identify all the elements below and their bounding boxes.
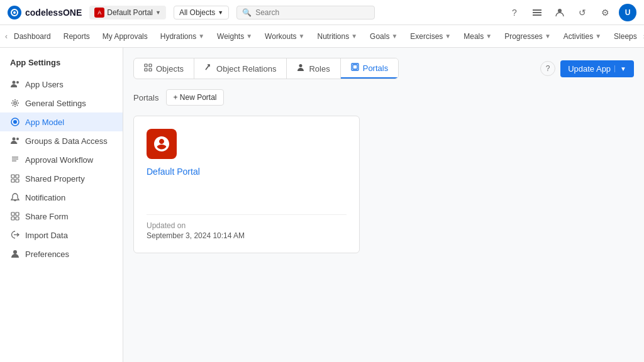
- svg-rect-26: [145, 64, 147, 67]
- help-icon[interactable]: ?: [506, 4, 523, 21]
- sidebar-label-app-model: App Model: [25, 118, 64, 127]
- content-area: Objects Object Relations Roles: [123, 48, 644, 362]
- sidebar-label-preferences: Preferences: [25, 250, 69, 259]
- nav-exercises[interactable]: Exercises▼: [404, 25, 457, 48]
- portal-card: Default Portal Updated on September 3, 2…: [133, 116, 360, 253]
- portal-selector[interactable]: A Default Portal ▼: [89, 6, 166, 19]
- tab-object-relations[interactable]: Object Relations: [194, 58, 287, 79]
- portal-updated-date: September 3, 2024 10:14 AM: [147, 231, 347, 240]
- sidebar-item-notification[interactable]: Notification: [0, 188, 123, 207]
- nav-activities[interactable]: Activities▼: [557, 25, 608, 48]
- nav-approvals[interactable]: My Approvals: [96, 25, 154, 48]
- search-bar[interactable]: 🔍: [236, 6, 375, 19]
- groups-icon: [10, 136, 20, 146]
- header-right: ? Update App ▼: [540, 60, 634, 77]
- objects-dropdown-icon: ▼: [218, 9, 223, 16]
- portal-icon: A: [94, 8, 104, 18]
- info-button[interactable]: ?: [540, 61, 555, 76]
- nav-sleeps[interactable]: Sleeps: [608, 25, 643, 48]
- portal-updated-label: Updated on: [147, 221, 347, 230]
- objects-tab-icon: [144, 63, 152, 74]
- update-app-dropdown-arrow[interactable]: ▼: [614, 65, 626, 72]
- avatar[interactable]: U: [619, 4, 636, 21]
- sidebar-item-groups-data-access[interactable]: Groups & Data Access: [0, 131, 123, 150]
- tab-objects-label: Objects: [156, 64, 184, 74]
- svg-rect-21: [16, 212, 19, 216]
- sidebar-item-approval-workflow[interactable]: Approval Workflow: [0, 150, 123, 169]
- update-app-button[interactable]: Update App ▼: [560, 60, 634, 77]
- sidebar-title: App Settings: [0, 55, 123, 75]
- portals-header: Portals + New Portal: [133, 89, 634, 106]
- general-settings-icon: [10, 98, 20, 108]
- nav-nutritions[interactable]: Nutritions▼: [311, 25, 364, 48]
- import-data-icon: [10, 230, 20, 240]
- svg-rect-29: [149, 69, 152, 71]
- update-app-label: Update App: [568, 64, 611, 74]
- sidebar-item-app-model[interactable]: App Model: [0, 112, 123, 131]
- logo: codelessONE: [8, 6, 82, 19]
- sidebar-label-notification: Notification: [25, 193, 65, 202]
- svg-point-8: [14, 102, 16, 104]
- sidebar-label-share-form: Share Form: [25, 212, 69, 221]
- objects-label: All Objects: [179, 8, 215, 17]
- new-portal-label: + New Portal: [173, 93, 216, 102]
- tab-roles[interactable]: Roles: [287, 58, 340, 79]
- sidebar-label-groups-data-access: Groups & Data Access: [25, 136, 108, 146]
- nav-meals[interactable]: Meals▼: [457, 25, 498, 48]
- sidebar-label-general-settings: General Settings: [25, 99, 86, 108]
- nav-hydrations[interactable]: Hydrations▼: [154, 25, 211, 48]
- sidebar-label-app-users: App Users: [25, 80, 64, 89]
- svg-rect-22: [11, 217, 14, 220]
- svg-point-7: [16, 81, 19, 84]
- tab-object-relations-label: Object Relations: [216, 64, 276, 74]
- main-layout: App Settings App Users General Settings …: [0, 48, 644, 362]
- new-portal-button[interactable]: + New Portal: [166, 89, 223, 106]
- tab-objects[interactable]: Objects: [134, 58, 194, 79]
- portal-name: Default Portal: [107, 8, 153, 17]
- shared-property-icon: [10, 173, 20, 184]
- svg-point-6: [13, 81, 16, 84]
- sidebar-label-approval-workflow: Approval Workflow: [25, 155, 93, 165]
- navbar: ‹ Dashboard Reports My Approvals Hydrati…: [0, 25, 644, 48]
- preferences-icon: [10, 249, 20, 259]
- users-icon[interactable]: [551, 4, 569, 21]
- sidebar-item-preferences[interactable]: Preferences: [0, 244, 123, 263]
- nav-reports[interactable]: Reports: [57, 25, 96, 48]
- portal-dropdown-icon: ▼: [155, 9, 161, 16]
- sidebar-item-import-data[interactable]: Import Data: [0, 226, 123, 244]
- sidebar-item-share-form[interactable]: Share Form: [0, 207, 123, 226]
- logo-icon: [8, 6, 21, 19]
- sidebar-item-app-users[interactable]: App Users: [0, 75, 123, 94]
- search-icon: 🔍: [242, 8, 252, 17]
- svg-point-5: [558, 9, 562, 13]
- tab-portals[interactable]: Portals: [341, 58, 398, 79]
- nav-weights[interactable]: Weights▼: [211, 25, 258, 48]
- refresh-icon[interactable]: ↺: [574, 4, 591, 21]
- sidebar-label-shared-property: Shared Property: [25, 174, 85, 184]
- objects-dropdown[interactable]: All Objects ▼: [174, 6, 229, 19]
- menu-icon[interactable]: [528, 4, 546, 21]
- nav-goals[interactable]: Goals▼: [364, 25, 404, 48]
- share-form-icon: [10, 211, 20, 221]
- svg-point-25: [13, 250, 17, 254]
- svg-rect-18: [11, 179, 14, 182]
- topbar-icons: ? ↺ ⚙ U: [506, 4, 636, 21]
- roles-tab-icon: [297, 63, 305, 74]
- settings-icon[interactable]: ⚙: [596, 4, 614, 21]
- portal-card-name[interactable]: Default Portal: [147, 167, 347, 177]
- app-model-icon: [10, 117, 20, 127]
- sidebar-item-shared-property[interactable]: Shared Property: [0, 169, 123, 188]
- nav-dashboard[interactable]: Dashboard: [8, 25, 57, 48]
- svg-rect-16: [11, 175, 14, 178]
- svg-rect-3: [533, 12, 541, 13]
- nav-workouts[interactable]: Workouts▼: [258, 25, 311, 48]
- topbar: codelessONE A Default Portal ▼ All Objec…: [0, 0, 644, 25]
- svg-point-30: [299, 64, 303, 67]
- search-input[interactable]: [255, 8, 369, 17]
- svg-rect-20: [11, 212, 14, 216]
- svg-rect-19: [16, 179, 19, 182]
- svg-rect-4: [533, 14, 541, 16]
- nav-progresses[interactable]: Progresses▼: [498, 25, 557, 48]
- sidebar-item-general-settings[interactable]: General Settings: [0, 94, 123, 112]
- approval-icon: [10, 155, 20, 165]
